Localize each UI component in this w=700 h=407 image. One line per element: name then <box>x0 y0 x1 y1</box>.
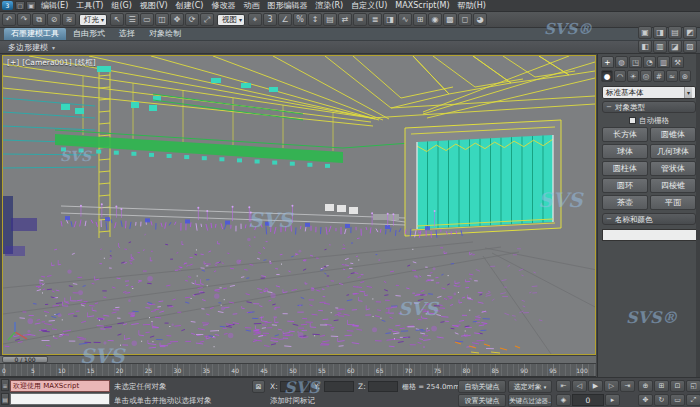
hierarchy-tab-icon[interactable]: ◳ <box>629 56 642 68</box>
frame-number-input[interactable]: 0 <box>572 394 604 406</box>
reference-coordinate-dropdown[interactable]: 视图▾ <box>217 14 245 26</box>
macro-recorder-field[interactable]: 欢迎使用 MAXScript <box>10 380 110 392</box>
menu-modifiers[interactable]: 修改器 <box>207 0 239 11</box>
select-and-move-icon[interactable]: ✥ <box>170 13 184 26</box>
name-color-rollout[interactable]: 名称和颜色 <box>602 213 696 225</box>
zoom-extents-icon[interactable]: ⊡ <box>670 380 685 392</box>
rectangular-selection-icon[interactable]: ▭ <box>140 13 154 26</box>
selected-filter-dropdown[interactable]: 选定对象 ▾ <box>508 380 552 393</box>
menu-edit[interactable]: 编辑(E) <box>37 0 72 11</box>
objtype-pyramid-button[interactable]: 四棱锥 <box>650 178 696 193</box>
play-button[interactable]: ▶ <box>588 380 603 392</box>
helpers-category-icon[interactable]: # <box>653 70 665 82</box>
menu-help[interactable]: 帮助(H) <box>454 0 490 11</box>
material-editor-icon[interactable]: ◉ <box>428 13 442 26</box>
select-and-scale-icon[interactable]: ⤢ <box>200 13 214 26</box>
selection-lock-icon[interactable]: ⊠ <box>252 380 265 393</box>
menu-animation[interactable]: 动画 <box>239 0 263 11</box>
mirror-icon[interactable]: ⇄ <box>338 13 352 26</box>
track-bar[interactable]: 0510152025303540455055606570758085909510… <box>0 364 596 377</box>
time-slider[interactable]: 0 / 100 <box>0 355 596 364</box>
go-to-start-button[interactable]: ⇤ <box>556 380 571 392</box>
modify-tab-icon[interactable]: ◍ <box>615 56 628 68</box>
select-by-name-icon[interactable]: ☰ <box>125 13 139 26</box>
add-time-tag[interactable]: 添加时间标记 <box>270 396 360 406</box>
graphite-toggle-icon[interactable]: ◨ <box>383 13 397 26</box>
previous-frame-button[interactable]: ◁ <box>572 380 587 392</box>
next-frame-button[interactable]: ▷ <box>604 380 619 392</box>
objtype-tube-button[interactable]: 管状体 <box>650 161 696 176</box>
ribbon-group-label[interactable]: 多边形建模 <box>8 42 48 53</box>
create-tab-icon[interactable]: + <box>601 56 614 68</box>
render-production-icon[interactable]: ◕ <box>473 13 487 26</box>
motion-tab-icon[interactable]: ◔ <box>643 56 656 68</box>
key-filters-button[interactable]: 关键点过滤器... <box>508 394 552 407</box>
ribbon-tab-0[interactable]: 石墨建模工具 <box>4 28 66 40</box>
zoom-region-icon[interactable]: ◱ <box>686 380 700 392</box>
ribbon-tab-2[interactable]: 选择 <box>112 28 142 40</box>
set-key-button[interactable]: 设置关键点 <box>458 394 506 407</box>
ribbon-extra-icon-8[interactable]: ▨ <box>683 40 697 53</box>
layer-manager-icon[interactable]: ≣ <box>368 13 382 26</box>
menu-tools[interactable]: 工具(T) <box>72 0 107 11</box>
maximize-viewport-icon[interactable]: ⤢ <box>686 394 700 406</box>
objtype-teapot-button[interactable]: 茶壶 <box>602 195 648 210</box>
ribbon-extra-icon-2[interactable]: ◨ <box>653 26 667 39</box>
viewport-canvas[interactable] <box>3 56 595 354</box>
rendered-frame-icon[interactable]: ◻ <box>458 13 472 26</box>
lights-category-icon[interactable]: ☀ <box>627 70 639 82</box>
curve-editor-icon[interactable]: ∿ <box>398 13 412 26</box>
open-listener-icon[interactable]: ≡ <box>1 379 9 391</box>
spinner-snap-icon[interactable]: ↕ <box>308 13 322 26</box>
ribbon-extra-icon-6[interactable]: ▥ <box>653 40 667 53</box>
autogrid-checkbox[interactable] <box>629 117 636 124</box>
menu-customize[interactable]: 自定义(U) <box>347 0 391 11</box>
ribbon-tab-1[interactable]: 自由形式 <box>66 28 112 40</box>
ribbon-extra-icon-5[interactable]: ◧ <box>638 40 652 53</box>
render-setup-icon[interactable]: ▩ <box>443 13 457 26</box>
maxscript-listener-field[interactable] <box>10 393 110 405</box>
objtype-torus-button[interactable]: 圆环 <box>602 178 648 193</box>
schematic-view-icon[interactable]: ⊞ <box>413 13 427 26</box>
viewport-camera-label[interactable]: [Camera001] <box>22 58 72 68</box>
zoom-all-icon[interactable]: ⊞ <box>654 380 669 392</box>
bind-to-spacewarp-icon[interactable]: ≋ <box>62 13 76 26</box>
display-tab-icon[interactable]: ▥ <box>657 56 670 68</box>
z-coord-input[interactable] <box>368 381 398 392</box>
snap-toggle-icon[interactable]: 3 <box>263 13 277 26</box>
angle-snap-icon[interactable]: ∠ <box>278 13 292 26</box>
geometry-category-icon[interactable]: ● <box>601 70 613 82</box>
selection-filter-dropdown[interactable]: 灯光▾ <box>79 14 107 26</box>
object-type-rollout[interactable]: 对象类型 <box>602 101 696 113</box>
select-object-icon[interactable]: ↖ <box>110 13 124 26</box>
app-logo-icon[interactable]: 3 <box>2 1 13 10</box>
pan-icon[interactable]: ✥ <box>638 394 653 406</box>
select-and-link-icon[interactable]: ⧉ <box>32 13 46 26</box>
time-slider-handle[interactable]: 0 / 100 <box>2 356 48 363</box>
objtype-sphere-button[interactable]: 球体 <box>602 144 648 159</box>
menu-create[interactable]: 创建(C) <box>172 0 208 11</box>
open-macro-icon[interactable]: ▤ <box>1 393 9 405</box>
redo-icon[interactable]: ↷ <box>17 13 31 26</box>
align-icon[interactable]: ≡ <box>353 13 367 26</box>
ribbon-extra-icon-7[interactable]: ◪ <box>668 40 682 53</box>
viewport-menu-plus[interactable]: [+] <box>7 58 19 68</box>
undo-icon[interactable]: ↶ <box>2 13 16 26</box>
systems-category-icon[interactable]: ⊛ <box>679 70 691 82</box>
auto-key-button[interactable]: 自动关键点 <box>458 380 506 393</box>
object-name-input[interactable] <box>602 229 700 241</box>
ribbon-extra-icon-1[interactable]: ▣ <box>638 26 652 39</box>
percent-snap-icon[interactable]: % <box>293 13 307 26</box>
cameras-category-icon[interactable]: ◎ <box>640 70 652 82</box>
menu-graph-editors[interactable]: 图形编辑器 <box>263 0 311 11</box>
select-and-rotate-icon[interactable]: ⟳ <box>185 13 199 26</box>
window-crossing-icon[interactable]: ◫ <box>155 13 169 26</box>
use-pivot-center-icon[interactable]: ⌖ <box>248 13 262 26</box>
open-file-icon[interactable]: ▣ <box>26 1 36 10</box>
spacewarps-category-icon[interactable]: ≈ <box>666 70 678 82</box>
panel-scroll-strip[interactable] <box>696 54 700 377</box>
menu-views[interactable]: 视图(V) <box>136 0 172 11</box>
objtype-geosphere-button[interactable]: 几何球体 <box>650 144 696 159</box>
next-key-button[interactable]: ▸ <box>605 394 620 406</box>
ribbon-extra-icon-4[interactable]: ◩ <box>683 26 697 39</box>
